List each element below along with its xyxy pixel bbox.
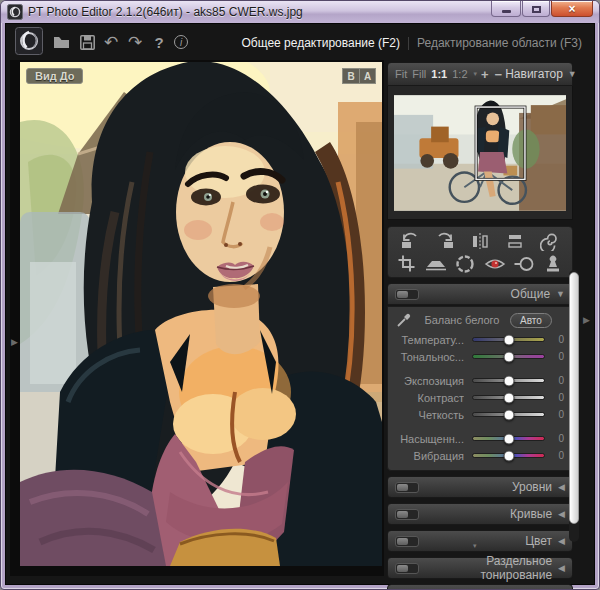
info-button[interactable]: i (172, 33, 190, 51)
navigator-header[interactable]: Fit Fill 1:1 1:2 ▾ + − Навигатор ▼ (387, 62, 573, 86)
zoom-in-button[interactable]: + (481, 67, 489, 82)
temperature-slider-handle[interactable] (503, 334, 514, 345)
panel-general-body: Баланс белого Авто Температу... 0 Тональ… (387, 306, 573, 471)
navigator-preview[interactable] (387, 86, 573, 220)
slider-row-exposure: Экспозиция 0 (392, 372, 566, 389)
flip-horizontal-icon (470, 232, 490, 250)
right-panel-collapse-arrow-icon[interactable]: ▶ (583, 316, 590, 325)
app-logo (15, 27, 43, 55)
zoom-1-1-button[interactable]: 1:1 (431, 68, 447, 80)
crop-icon (397, 254, 416, 273)
panel-scrollbar[interactable] (569, 270, 579, 542)
flip-vertical-button[interactable] (502, 230, 528, 251)
clarity-slider-handle[interactable] (503, 409, 514, 420)
red-eye-icon (484, 256, 506, 272)
saturation-slider-handle[interactable] (503, 433, 514, 444)
white-balance-label: Баланс белого (414, 314, 510, 326)
saturation-slider[interactable] (472, 436, 545, 441)
contrast-slider-handle[interactable] (503, 392, 514, 403)
panel-levels-header[interactable]: Уровни ◀ (387, 476, 573, 498)
distortion-button[interactable] (537, 230, 563, 251)
panel-details-header[interactable]: Детали ◀ (387, 584, 573, 590)
scroll-down-icon[interactable]: ▾ (473, 542, 477, 550)
undo-icon: ↶ (104, 32, 118, 53)
maximize-button[interactable] (522, 1, 550, 17)
collapsed-arrow-icon[interactable]: ◀ (558, 509, 565, 519)
undo-button[interactable]: ↶ (102, 33, 120, 51)
healing-icon (513, 255, 535, 273)
straighten-button[interactable] (423, 253, 449, 274)
white-balance-eyedropper-icon[interactable] (394, 312, 414, 328)
close-button[interactable]: × (551, 1, 593, 17)
rotate-left-button[interactable] (397, 230, 423, 251)
slider-row-saturation: Насыщенн... 0 (392, 430, 566, 447)
title-bar[interactable]: PT Photo Editor 2.1.2(646ит) - aks85 CWE… (1, 1, 599, 23)
toolbar: ↶ ↷ ? i Общее редактирование (F2) Редакт… (6, 24, 594, 58)
before-button[interactable]: B (343, 69, 359, 83)
panel-split-toning-header[interactable]: Раздельное тонирование ◀ (387, 557, 573, 579)
red-eye-button[interactable] (482, 253, 508, 274)
before-after-toggle: B A (342, 68, 376, 84)
color-toggle-switch[interactable] (395, 536, 419, 547)
slider-row-temperature: Температу... 0 (392, 331, 566, 348)
temperature-slider[interactable] (472, 337, 545, 342)
clone-stamp-icon (543, 255, 563, 273)
exposure-slider[interactable] (472, 378, 545, 383)
rotate-right-button[interactable] (432, 230, 458, 251)
vibrance-slider-handle[interactable] (503, 450, 514, 461)
main-content: ↶ ↷ ? i Общее редактирование (F2) Редакт… (5, 23, 595, 585)
panel-color-header[interactable]: Цвет ◀ (387, 530, 573, 552)
minimize-button[interactable] (491, 1, 521, 17)
zoom-fit-button[interactable]: Fit (395, 68, 407, 80)
rotate-left-icon (399, 231, 421, 250)
crop-button[interactable] (394, 253, 420, 274)
levels-toggle-switch[interactable] (395, 482, 419, 493)
app-window: PT Photo Editor 2.1.2(646ит) - aks85 CWE… (0, 0, 600, 590)
distortion-icon (540, 231, 560, 251)
zoom-fill-button[interactable]: Fill (412, 68, 426, 80)
zoom-dropdown-icon[interactable]: ▾ (474, 70, 478, 78)
healing-button[interactable] (511, 253, 537, 274)
navigator-collapse-icon[interactable]: ▼ (568, 69, 577, 79)
close-icon: × (568, 2, 575, 16)
clarity-slider[interactable] (472, 412, 545, 417)
tab-region-editing[interactable]: Редактирование области (F3) (409, 36, 590, 50)
navigator-title: Навигатор (505, 67, 563, 81)
collapsed-arrow-icon[interactable]: ◀ (558, 482, 565, 492)
vignette-button[interactable] (452, 253, 478, 274)
maximize-icon (532, 6, 541, 13)
app-icon (7, 4, 23, 20)
collapsed-arrow-icon[interactable]: ◀ (558, 536, 565, 546)
vignette-icon (455, 254, 475, 274)
straighten-icon (424, 256, 448, 272)
curves-toggle-switch[interactable] (395, 509, 419, 520)
window-title: PT Photo Editor 2.1.2(646ит) - aks85 CWE… (28, 5, 303, 19)
vibrance-slider[interactable] (472, 453, 545, 458)
save-button[interactable] (78, 33, 96, 51)
zoom-out-button[interactable]: − (495, 67, 503, 82)
photo-canvas[interactable] (20, 62, 382, 566)
panel-curves-header[interactable]: Кривые ◀ (387, 503, 573, 525)
exposure-slider-handle[interactable] (503, 375, 514, 386)
redo-button[interactable]: ↷ (126, 33, 144, 51)
open-file-button[interactable] (52, 33, 70, 51)
zoom-1-2-button[interactable]: 1:2 (452, 68, 467, 80)
tint-slider[interactable] (472, 354, 545, 359)
auto-white-balance-button[interactable]: Авто (510, 313, 552, 328)
expand-arrow-icon[interactable]: ▼ (556, 289, 565, 299)
clone-stamp-button[interactable] (540, 253, 566, 274)
flip-horizontal-button[interactable] (467, 230, 493, 251)
after-button[interactable]: A (359, 69, 375, 83)
before-view-label: Вид До (26, 68, 83, 84)
tint-slider-handle[interactable] (503, 351, 514, 362)
slider-row-vibrance: Вибрация 0 (392, 447, 566, 464)
split-toning-toggle-switch[interactable] (395, 563, 419, 574)
panel-scrollbar-thumb[interactable] (569, 272, 579, 524)
left-panel-expand-arrow-icon[interactable]: ▶ (11, 338, 18, 347)
contrast-slider[interactable] (472, 395, 545, 400)
general-toggle-switch[interactable] (395, 289, 419, 300)
panel-general-header[interactable]: Общие ▼ (387, 283, 573, 305)
tab-general-editing[interactable]: Общее редактирование (F2) (233, 36, 408, 50)
collapsed-arrow-icon[interactable]: ◀ (558, 563, 565, 573)
help-button[interactable]: ? (150, 33, 168, 51)
